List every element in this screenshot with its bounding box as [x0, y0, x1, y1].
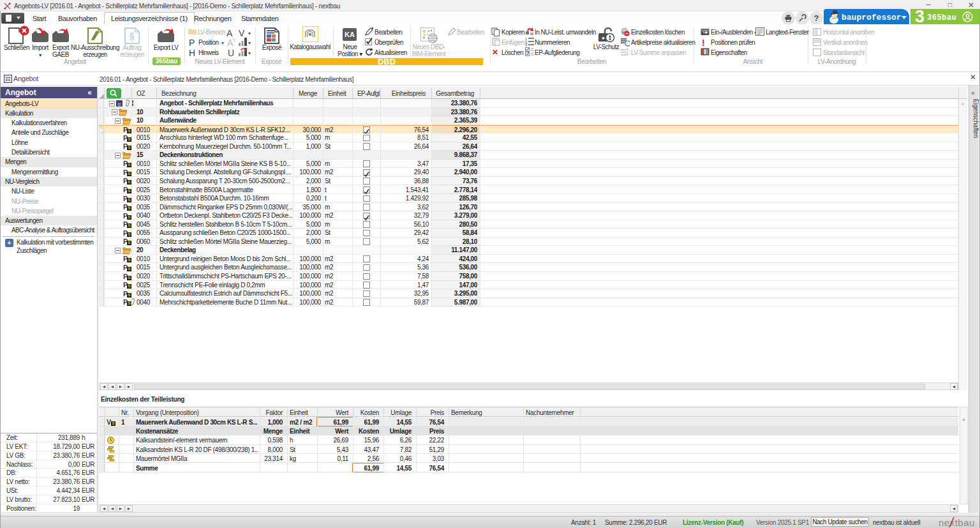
svg-text:§: § — [130, 31, 135, 41]
svg-text:●: ● — [602, 35, 605, 41]
svg-text:3: 3 — [525, 43, 527, 46]
